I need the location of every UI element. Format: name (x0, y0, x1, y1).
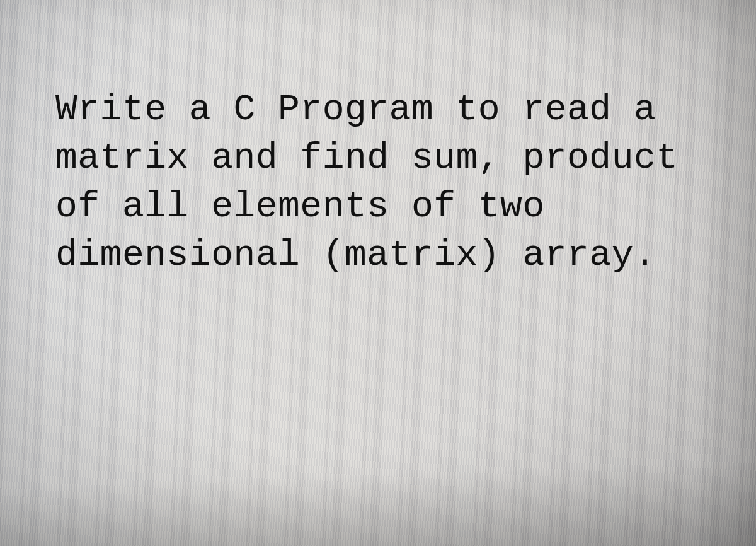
question-body: Write a C Program to read a matrix and f… (55, 89, 679, 276)
question-text: Write a C Program to read a matrix and f… (55, 85, 712, 280)
